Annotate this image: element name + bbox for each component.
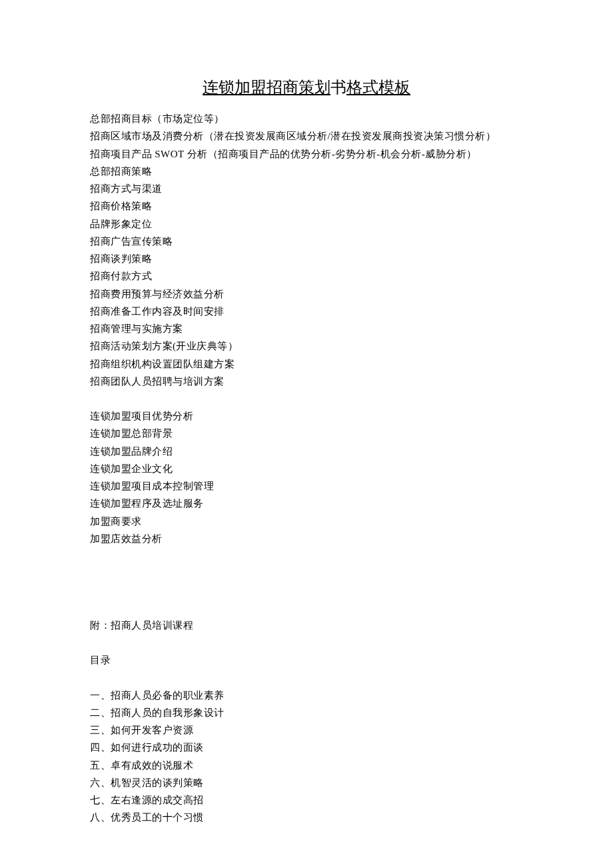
section1-line: 招商区域市场及消费分析（潜在投资发展商区域分析/潜在投资发展商投资决策习惯分析） bbox=[90, 127, 523, 145]
section1-line: 招商团队人员招聘与培训方案 bbox=[90, 373, 523, 390]
toc-item: 八、优秀员工的十个习惯 bbox=[90, 809, 523, 826]
document-title: 连锁加盟招商策划书格式模板 bbox=[90, 77, 523, 98]
toc-item: 六、机智灵活的谈判策略 bbox=[90, 774, 523, 791]
section2: 连锁加盟项目优势分析 连锁加盟总部背景 连锁加盟品牌介绍 连锁加盟企业文化 连锁… bbox=[90, 407, 523, 547]
section1-line: 招商方式与渠道 bbox=[90, 180, 523, 197]
toc-item: 一、招商人员必备的职业素养 bbox=[90, 687, 523, 704]
section2-line: 连锁加盟品牌介绍 bbox=[90, 443, 523, 460]
toc-list: 一、招商人员必备的职业素养 二、招商人员的自我形象设计 三、如何开发客户资源 四… bbox=[90, 687, 523, 827]
section1-line: 招商准备工作内容及时间安排 bbox=[90, 303, 523, 320]
section1-line: 招商付款方式 bbox=[90, 267, 523, 285]
section1-line: 招商组织机构设置团队组建方案 bbox=[90, 355, 523, 373]
section2-line: 加盟店效益分析 bbox=[90, 530, 523, 547]
section1: 总部招商目标（市场定位等） 招商区域市场及消费分析（潜在投资发展商区域分析/潜在… bbox=[90, 110, 523, 390]
toc-item: 五、卓有成效的说服术 bbox=[90, 757, 523, 774]
section1-line: 招商广告宣传策略 bbox=[90, 233, 523, 250]
section2-line: 连锁加盟项目优势分析 bbox=[90, 407, 523, 425]
toc-item: 二、招商人员的自我形象设计 bbox=[90, 704, 523, 721]
section2-line: 连锁加盟总部背景 bbox=[90, 425, 523, 442]
spacer bbox=[90, 547, 523, 617]
appendix-title: 附：招商人员培训课程 bbox=[90, 617, 523, 634]
section1-line: 总部招商策略 bbox=[90, 163, 523, 180]
section1-line: 招商活动策划方案(开业庆典等） bbox=[90, 337, 523, 355]
section1-line: 品牌形象定位 bbox=[90, 215, 523, 233]
title-part1: 连锁加盟招商策划 bbox=[203, 79, 330, 96]
section1-line: 招商费用预算与经济效益分析 bbox=[90, 285, 523, 303]
section1-line: 招商管理与实施方案 bbox=[90, 320, 523, 337]
spacer bbox=[90, 634, 523, 651]
toc-item: 三、如何开发客户资源 bbox=[90, 721, 523, 739]
spacer bbox=[90, 669, 523, 687]
section1-line: 总部招商目标（市场定位等） bbox=[90, 110, 523, 127]
section2-line: 连锁加盟程序及选址服务 bbox=[90, 495, 523, 512]
section1-line: 招商谈判策略 bbox=[90, 250, 523, 267]
section1-line: 招商价格策略 bbox=[90, 197, 523, 215]
title-part2: 书 bbox=[330, 79, 346, 96]
section2-line: 连锁加盟企业文化 bbox=[90, 460, 523, 477]
section1-line: 招商项目产品 SWOT 分析（招商项目产品的优势分析-劣势分析-机会分析-威胁分… bbox=[90, 145, 523, 163]
section2-line: 加盟商要求 bbox=[90, 513, 523, 530]
title-part3: 格式模板 bbox=[346, 79, 410, 96]
toc-label: 目录 bbox=[90, 651, 523, 669]
section2-line: 连锁加盟项目成本控制管理 bbox=[90, 477, 523, 495]
toc-item: 四、如何进行成功的面谈 bbox=[90, 739, 523, 756]
toc-item: 七、左右逢源的成交高招 bbox=[90, 791, 523, 809]
spacer bbox=[90, 390, 523, 407]
